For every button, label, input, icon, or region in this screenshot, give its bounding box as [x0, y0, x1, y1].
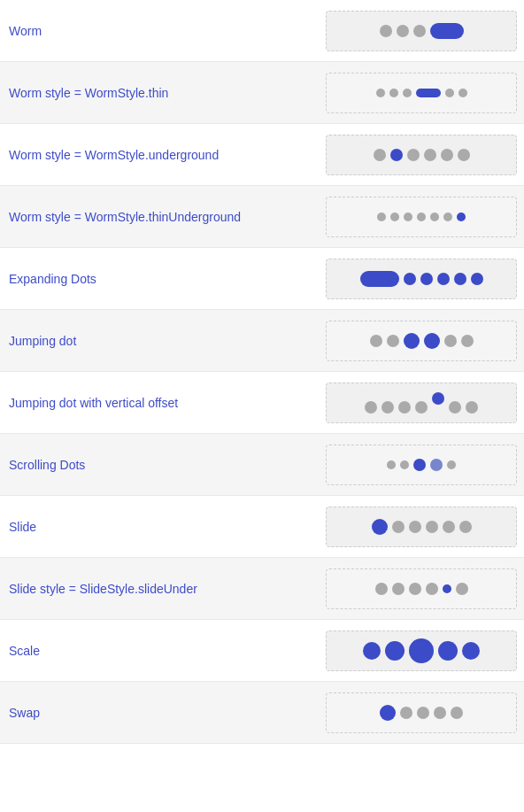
- dot-active: [437, 273, 450, 285]
- dot: [403, 89, 412, 97]
- dot: [413, 25, 426, 37]
- dot: [409, 521, 421, 533]
- dot-active: [413, 459, 426, 471]
- dot: [456, 583, 468, 595]
- dot: [374, 149, 386, 161]
- label-jumping-dot-offset: Jumping dot with vertical offset: [7, 396, 326, 410]
- preview-scrolling-dots: [326, 445, 517, 485]
- dot: [424, 149, 436, 161]
- dot: [387, 335, 399, 347]
- dot: [387, 460, 396, 469]
- dot: [376, 89, 385, 97]
- dot: [380, 25, 392, 37]
- dot: [400, 707, 412, 719]
- row-slide: Slide: [0, 496, 524, 558]
- dot: [392, 583, 405, 595]
- dot: [417, 213, 426, 221]
- expanding-pill: [360, 271, 399, 287]
- label-swap: Swap: [7, 706, 326, 720]
- label-slide-under: Slide style = SlideStyle.slideUnder: [7, 582, 326, 596]
- dot-active: [438, 641, 458, 661]
- dot: [444, 335, 457, 347]
- row-worm-thinunderground: Worm style = WormStyle.thinUnderground: [0, 186, 524, 248]
- label-worm-thinunderground: Worm style = WormStyle.thinUnderground: [7, 210, 326, 224]
- dot-active: [420, 273, 433, 285]
- dot: [426, 521, 438, 533]
- dot: [409, 583, 421, 595]
- dot-active: [385, 641, 405, 661]
- dot: [392, 521, 405, 533]
- dot: [397, 25, 409, 37]
- label-scale: Scale: [7, 644, 326, 658]
- row-expanding-dots: Expanding Dots: [0, 248, 524, 310]
- dot: [443, 521, 455, 533]
- label-worm: Worm: [7, 24, 326, 38]
- dot: [398, 401, 411, 414]
- label-worm-underground: Worm style = WormStyle.underground: [7, 148, 326, 162]
- preview-scale: [326, 630, 517, 671]
- dot-active-2: [430, 459, 443, 471]
- preview-worm-thinunderground: [326, 197, 517, 237]
- dot-active: [462, 642, 480, 660]
- label-jumping-dot: Jumping dot: [7, 334, 326, 348]
- label-worm-thin: Worm style = WormStyle.thin: [7, 86, 326, 100]
- dot-active: [457, 213, 466, 221]
- preview-slide: [326, 507, 517, 547]
- dot-active: [424, 333, 440, 349]
- dot: [449, 401, 461, 414]
- row-scale: Scale: [0, 620, 524, 682]
- dot: [451, 707, 463, 719]
- label-slide: Slide: [7, 520, 326, 534]
- row-jumping-dot: Jumping dot: [0, 310, 524, 372]
- preview-jumping-dot-offset: [326, 383, 517, 423]
- dot: [459, 521, 472, 533]
- row-worm: Worm: [0, 0, 524, 62]
- dot: [447, 460, 456, 469]
- dot: [441, 149, 453, 161]
- label-expanding-dots: Expanding Dots: [7, 272, 326, 286]
- dot: [415, 401, 428, 414]
- dot: [370, 335, 382, 347]
- dot: [434, 707, 446, 719]
- worm-pill-thin: [416, 89, 441, 97]
- dot: [365, 401, 377, 414]
- dot: [458, 89, 467, 97]
- preview-worm-underground: [326, 135, 517, 175]
- preview-jumping-dot: [326, 321, 517, 361]
- dot: [443, 213, 452, 221]
- dot: [381, 401, 394, 414]
- dot: [390, 213, 399, 221]
- dot-active-center: [409, 638, 434, 663]
- dot: [404, 213, 412, 221]
- dot: [466, 401, 478, 414]
- preview-worm-thin: [326, 73, 517, 113]
- dot: [426, 583, 438, 595]
- dot: [430, 213, 439, 221]
- dot-active: [404, 333, 420, 349]
- dot-active: [432, 392, 444, 405]
- dot: [377, 213, 386, 221]
- dot-active: [390, 149, 403, 161]
- dot-active: [443, 584, 451, 593]
- dot: [461, 335, 474, 347]
- dot-active: [380, 705, 396, 721]
- label-scrolling-dots: Scrolling Dots: [7, 458, 326, 472]
- dot-active: [372, 519, 388, 535]
- dot: [400, 460, 409, 469]
- dot: [445, 89, 454, 97]
- dot: [389, 89, 398, 97]
- row-swap: Swap: [0, 682, 524, 744]
- dot: [375, 583, 388, 595]
- dot-active: [404, 273, 416, 285]
- preview-swap: [326, 692, 517, 733]
- worm-pill: [430, 23, 464, 39]
- preview-slide-under: [326, 568, 517, 609]
- row-worm-underground: Worm style = WormStyle.underground: [0, 124, 524, 186]
- preview-expanding-dots: [326, 259, 517, 299]
- dot-active: [471, 273, 483, 285]
- dot: [417, 707, 429, 719]
- dot-active: [454, 273, 466, 285]
- row-jumping-dot-offset: Jumping dot with vertical offset: [0, 372, 524, 434]
- row-worm-thin: Worm style = WormStyle.thin: [0, 62, 524, 124]
- dot-active: [363, 642, 381, 660]
